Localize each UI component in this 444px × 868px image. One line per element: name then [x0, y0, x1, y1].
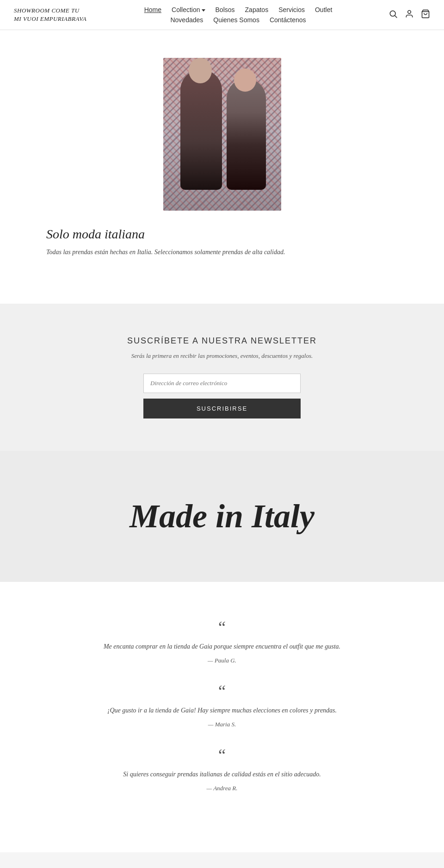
main-nav: Home Collection Bolsos Zapatos Servicios…	[144, 6, 333, 24]
testimonial-text-1: Me encanta comprar en la tienda de Gaia …	[104, 641, 340, 652]
nav-quienes-somos[interactable]: Quienes Somos	[213, 16, 259, 24]
svg-line-1	[395, 16, 397, 18]
hero-text: Solo moda italiana Todas las prendas est…	[46, 211, 398, 257]
header: SHOWROOM COME TU MI VUOI EMPURIABRAVA Ho…	[0, 0, 444, 30]
quote-mark-1: “	[218, 619, 226, 636]
hero-section: Solo moda italiana Todas las prendas est…	[0, 30, 444, 276]
testimonial-text-3: Si quieres conseguir prendas italianas d…	[123, 769, 321, 780]
newsletter-subtitle: Serás la primera en recibir las promocio…	[131, 352, 313, 360]
search-icon[interactable]	[388, 9, 398, 20]
quote-mark-2: “	[218, 683, 226, 699]
subscribe-button[interactable]: SUSCRIBIRSE	[143, 399, 301, 418]
testimonial-author-3: — Andrea R.	[207, 785, 238, 792]
testimonial-text-2: ¡Que gusto ir a la tienda de Gaia! Hay s…	[107, 705, 337, 716]
hero-title: Solo moda italiana	[46, 227, 398, 242]
nav-bolsos[interactable]: Bolsos	[216, 6, 235, 13]
testimonial-author-2: — Maria S.	[208, 721, 236, 728]
login-icon[interactable]	[405, 9, 414, 20]
main-content: Solo moda italiana Todas las prendas est…	[0, 30, 444, 868]
testimonial-block-3: “ Si quieres conseguir prendas italianas…	[123, 747, 321, 792]
hero-description: Todas las prendas están hechas en Italia…	[46, 247, 398, 257]
newsletter-section: SUSCRÍBETE A NUESTRA NEWSLETTER Serás la…	[0, 304, 444, 451]
svg-point-0	[390, 11, 395, 16]
svg-point-2	[408, 11, 411, 14]
email-field[interactable]	[143, 374, 301, 393]
nav-home[interactable]: Home	[144, 6, 161, 13]
nav-novedades[interactable]: Novedades	[170, 16, 203, 24]
header-icons	[388, 9, 430, 20]
made-in-italy-section: Made in Italy	[0, 451, 444, 582]
testimonials-section: “ Me encanta comprar en la tienda de Gai…	[0, 582, 444, 843]
nav-servicios[interactable]: Servicios	[278, 6, 305, 13]
nav-collection-label: Collection	[172, 6, 200, 13]
hero-image-inner	[163, 58, 281, 211]
testimonial-block-2: “ ¡Que gusto ir a la tienda de Gaia! Hay…	[107, 683, 337, 728]
footer	[0, 852, 444, 868]
quote-mark-3: “	[218, 747, 226, 763]
nav-row-top: Home Collection Bolsos Zapatos Servicios…	[144, 6, 333, 13]
made-in-italy-text: Made in Italy	[130, 497, 314, 536]
figure-left	[180, 69, 222, 190]
nav-zapatos[interactable]: Zapatos	[245, 6, 269, 13]
newsletter-title: SUSCRÍBETE A NUESTRA NEWSLETTER	[127, 336, 317, 346]
chevron-down-icon	[202, 9, 205, 12]
nav-contactenos[interactable]: Contáctenos	[270, 16, 306, 24]
site-title: SHOWROOM COME TU MI VUOI EMPURIABRAVA	[14, 6, 88, 23]
fashion-figures	[176, 69, 268, 199]
hero-image	[163, 58, 281, 211]
newsletter-form: SUSCRIBIRSE	[143, 374, 301, 418]
cart-icon[interactable]	[421, 9, 430, 20]
figure-right	[227, 79, 266, 190]
nav-outlet[interactable]: Outlet	[315, 6, 332, 13]
testimonial-author-1: — Paula G.	[208, 657, 236, 664]
nav-collection-dropdown[interactable]: Collection	[172, 6, 205, 13]
testimonial-block-1: “ Me encanta comprar en la tienda de Gai…	[104, 619, 340, 664]
nav-row-bottom: Novedades Quienes Somos Contáctenos	[170, 16, 306, 24]
